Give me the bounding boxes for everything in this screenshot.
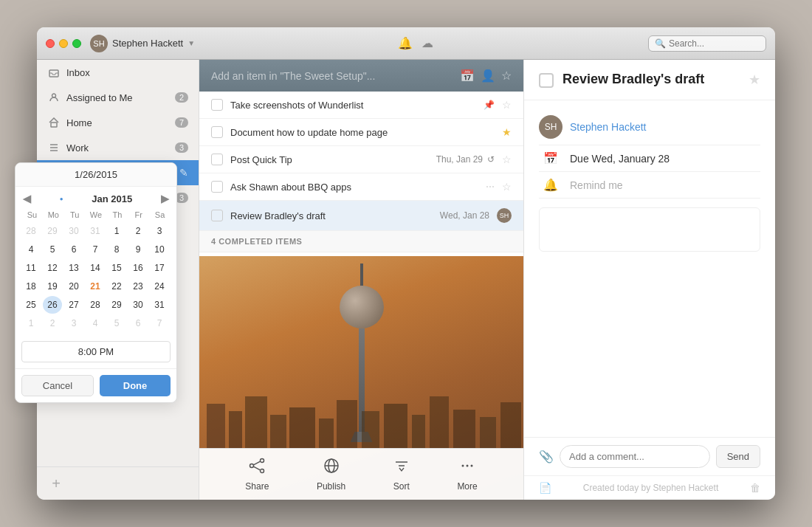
- trash-icon[interactable]: 🗑: [750, 482, 760, 494]
- task-label: Post Quick Tip: [230, 154, 429, 165]
- edit-icon[interactable]: ✎: [179, 167, 188, 179]
- sort-button[interactable]: Sort: [393, 458, 410, 492]
- svg-point-37: [471, 464, 473, 466]
- inbox-label: Inbox: [66, 67, 188, 78]
- task-label: Review Bradley's draft: [230, 210, 433, 221]
- titlebar: SH Stephen Hackett ▼ 🔔 ☁ 🔍: [37, 27, 775, 60]
- cloud-icon[interactable]: ☁: [422, 36, 433, 50]
- remind-text: Remind me: [570, 179, 623, 191]
- detail-remind[interactable]: 🔔 Remind me: [539, 172, 760, 199]
- detail-checkbox[interactable]: [539, 73, 554, 88]
- svg-rect-14: [289, 407, 315, 448]
- task-checkbox[interactable]: [211, 154, 223, 165]
- star-icon[interactable]: ☆: [501, 69, 512, 83]
- task-item-selected[interactable]: Review Bradley's draft Wed, Jan 28 SH: [199, 201, 523, 231]
- main-window: SH Stephen Hackett ▼ 🔔 ☁ 🔍 Inbox: [37, 27, 775, 500]
- task-checkbox[interactable]: [211, 210, 223, 221]
- svg-point-35: [462, 464, 464, 466]
- home-icon: [47, 116, 61, 129]
- remind-icon: 🔔: [539, 178, 562, 192]
- assignee-avatar: SH: [539, 115, 562, 139]
- completed-label: 4 COMPLETED ITEMS: [211, 237, 302, 246]
- search-input[interactable]: [669, 38, 760, 49]
- task-checkbox[interactable]: [211, 181, 223, 193]
- maximize-button[interactable]: [72, 39, 81, 48]
- task-avatar: SH: [497, 208, 512, 223]
- task-label: Document how to update home page: [230, 127, 495, 138]
- share-icon: [249, 458, 265, 478]
- refresh-icon: ↺: [487, 154, 495, 165]
- task-star[interactable]: ☆: [502, 154, 512, 165]
- sort-label: Sort: [393, 481, 410, 492]
- calendar-icon[interactable]: 📅: [460, 69, 475, 83]
- assignee-name: Stephen Hackett: [570, 121, 647, 133]
- sidebar-item-assigned[interactable]: Assigned to Me 2: [37, 85, 199, 110]
- detail-due[interactable]: 📅 Due Wed, January 28: [539, 145, 760, 172]
- svg-rect-12: [245, 396, 267, 448]
- list-header: 📅 👤 ☆: [199, 60, 523, 92]
- toolbar: Share Publish Sort: [199, 448, 523, 500]
- detail-star[interactable]: ★: [749, 72, 760, 88]
- work-badge: 3: [175, 142, 188, 153]
- svg-rect-19: [412, 415, 425, 448]
- home-badge: 7: [175, 117, 188, 128]
- pin-icon: 📌: [484, 100, 495, 110]
- svg-rect-2: [51, 123, 57, 127]
- share-button[interactable]: Share: [245, 458, 269, 492]
- task-checkbox[interactable]: [211, 126, 223, 138]
- task-star[interactable]: ★: [502, 126, 512, 138]
- task-item[interactable]: Post Quick Tip Thu, Jan 29 ↺ ☆: [199, 146, 523, 173]
- comment-area: 📎 Send: [524, 437, 775, 475]
- titlebar-icons: 🔔 ☁: [398, 36, 433, 50]
- assign-icon[interactable]: 👤: [481, 69, 495, 83]
- sidebar-item-inbox[interactable]: Inbox: [37, 60, 199, 85]
- task-item[interactable]: Take screenshots of Wunderlist 📌 ☆: [199, 92, 523, 119]
- comment-input[interactable]: [560, 445, 710, 468]
- add-task-input[interactable]: [211, 70, 454, 82]
- svg-rect-15: [319, 418, 334, 448]
- user-avatar: SH: [90, 35, 108, 52]
- note-area[interactable]: [539, 207, 760, 252]
- svg-rect-10: [207, 404, 225, 448]
- comment-icon: 📎: [539, 450, 554, 464]
- home-label: Home: [66, 117, 175, 128]
- task-checkbox[interactable]: [211, 99, 223, 111]
- due-date: Thu, Jan 29: [436, 154, 483, 165]
- pin-icon: ⋯: [486, 182, 495, 192]
- detail-title: Review Bradley's draft: [562, 72, 740, 87]
- user-name: Stephen Hackett: [112, 38, 183, 49]
- main-content: Inbox Assigned to Me 2 Home 7: [37, 60, 775, 500]
- user-info[interactable]: SH Stephen Hackett ▼: [90, 35, 195, 52]
- task-item[interactable]: Ask Shawn about BBQ apps ⋯ ☆: [199, 173, 523, 201]
- svg-rect-22: [480, 417, 496, 448]
- sidebar-item-work[interactable]: Work 3: [37, 135, 199, 160]
- bell-icon[interactable]: 🔔: [398, 36, 413, 50]
- inbox-icon: [47, 66, 61, 79]
- minimize-button[interactable]: [59, 39, 68, 48]
- sidebar-item-home[interactable]: Home 7: [37, 110, 199, 135]
- svg-point-24: [261, 458, 264, 462]
- svg-rect-21: [453, 410, 475, 448]
- detail-assignee: SH Stephen Hackett: [539, 109, 760, 145]
- task-item[interactable]: Document how to update home page ★: [199, 119, 523, 146]
- svg-point-25: [250, 464, 254, 467]
- add-list-button[interactable]: +: [47, 475, 65, 492]
- svg-rect-20: [430, 396, 449, 448]
- doc-icon: 📄: [539, 482, 551, 494]
- svg-rect-16: [337, 400, 357, 448]
- more-icon: [459, 458, 475, 478]
- task-star[interactable]: ☆: [502, 99, 512, 111]
- created-text: Created today by Stephen Hackett: [583, 483, 718, 493]
- close-button[interactable]: [46, 39, 55, 48]
- search-box[interactable]: 🔍: [648, 35, 766, 52]
- completed-items-header[interactable]: 4 COMPLETED ITEMS: [199, 231, 523, 252]
- task-star[interactable]: ☆: [502, 181, 512, 193]
- more-label: More: [457, 481, 477, 492]
- more-button[interactable]: More: [457, 458, 477, 492]
- send-button[interactable]: Send: [716, 445, 760, 468]
- due-calendar-icon: 📅: [539, 151, 562, 165]
- svg-rect-11: [229, 411, 242, 448]
- svg-rect-17: [362, 411, 379, 448]
- detail-body: SH Stephen Hackett 📅 Due Wed, January 28…: [524, 100, 775, 437]
- publish-button[interactable]: Publish: [317, 458, 345, 492]
